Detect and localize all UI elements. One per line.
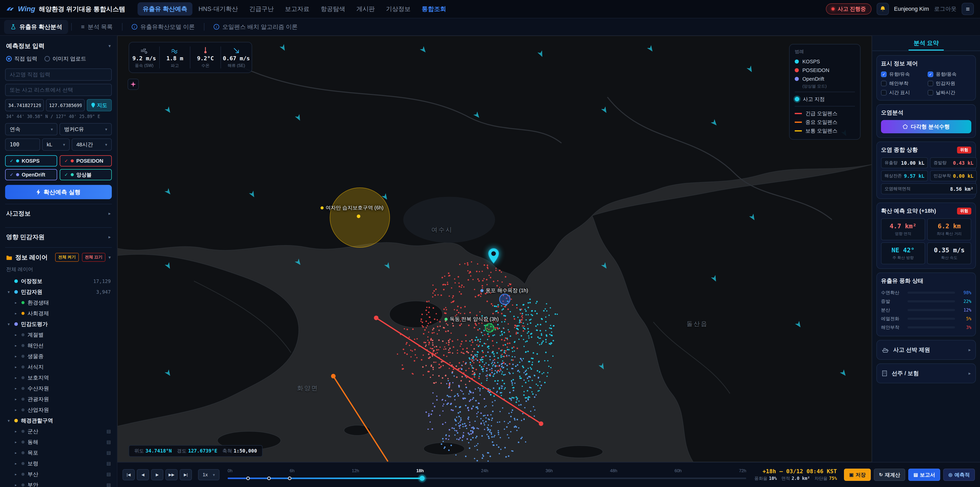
layer-item[interactable]: ▸사회경제 [5,308,112,319]
owner-insurance-section[interactable]: 선주 / 보험 ▸ [877,363,976,383]
skip-end-button[interactable]: ▶| [180,469,192,481]
checkbox-icon[interactable]: ✓ [928,90,933,96]
display-option[interactable]: ✓ 풍향/풍속 [928,71,971,78]
beach-resource-marker[interactable] [499,294,511,305]
nav-item[interactable]: HNS·대기확산 [193,2,243,16]
layer-group[interactable]: 어장정보17,129 [5,276,112,287]
oil-type-select[interactable]: 벙커C유 ▾ [59,123,112,135]
accident-info-section[interactable]: 사고정보 ▸ [5,204,112,223]
brand[interactable]: Wing 해양환경 위기대응 통합시스템 [6,5,125,13]
run-prediction-button[interactable]: 확산예측 실행 [5,185,112,199]
nav-item[interactable]: 긴급구난 [244,2,279,16]
summary-scroll[interactable]: 표시 정보 제어 ✓ 유향/유속 ✓ [872,51,980,462]
layer-item[interactable]: ▸부안▤ [5,480,112,487]
event-marker[interactable] [288,477,291,480]
checkbox-icon[interactable]: ✓ [881,72,886,77]
sidebar-scroll[interactable]: 예측정보 입력 ▾ 직접 입력 이미지 업로드 [0,36,117,487]
layer-item[interactable]: ▸산업자원 [5,404,112,415]
display-option[interactable]: ✓ 날짜시간 [928,89,971,96]
tab-boom-theory[interactable]: i 오일펜스 배치 알고리즘 이론 [207,20,304,34]
layer-group[interactable]: ▾민감도평가 [5,319,112,329]
action-button[interactable]: ◎ 예측적 [943,469,975,481]
checkbox-icon[interactable]: ✓ [928,81,933,86]
speed-select[interactable]: 1x ▾ [198,469,220,481]
nav-item[interactable]: 보고자료 [280,2,314,16]
impact-resources-section[interactable]: 영향 민감자원 ▸ [5,227,112,246]
nav-item[interactable]: 기상정보 [381,2,415,16]
chevron-down-icon[interactable]: ▾ [108,255,111,260]
event-marker[interactable] [246,477,250,480]
skip-start-button[interactable]: |◀ [123,469,135,481]
layer-item[interactable]: ▸생물종 [5,351,112,362]
layer-item[interactable]: ▸계절별 [5,329,112,340]
event-marker[interactable] [267,477,271,480]
latitude-input[interactable] [5,99,44,111]
layer-item[interactable]: ▸수산자원 [5,383,112,394]
action-button[interactable]: ↻ 재계산 [874,469,905,481]
checkbox-icon[interactable]: ✓ [928,72,933,77]
menu-button[interactable]: ≡ [962,3,974,15]
tab-diffusion-analysis[interactable]: 유출유 확산분석 [4,20,68,34]
layer-item[interactable]: ▸목포▤ [5,447,112,458]
action-button[interactable]: ▣ 저장 [844,469,871,481]
checkbox-icon[interactable]: ✓ [881,90,886,96]
nav-item[interactable]: 통합조회 [417,2,451,16]
model-chip[interactable]: ✓ POSEIDON [60,155,112,166]
radio-icon[interactable] [45,56,50,62]
accident-name-input[interactable] [5,69,112,81]
map-measure-tool-button[interactable] [127,79,139,90]
incident-status-badge[interactable]: 사고 진행중 [826,3,872,14]
unit-select[interactable]: kL ▾ [42,139,70,151]
display-option[interactable]: ✓ 민감자원 [928,80,971,87]
logout-link[interactable]: 로그아웃 [934,5,956,13]
display-option[interactable]: ✓ 시간 표시 [881,89,924,96]
radio-icon[interactable] [6,56,12,62]
layer-group[interactable]: ▾해경관할구역 [5,415,112,426]
layer-item[interactable]: ▸환경생태 [5,297,112,308]
amount-input[interactable] [5,139,40,151]
longitude-input[interactable] [46,99,85,111]
nav-item[interactable]: 유출유 확산예측 [138,2,192,16]
radio-image-upload[interactable]: 이미지 업로드 [45,55,86,62]
radio-direct-input[interactable]: 직접 입력 [6,55,37,62]
pick-on-map-button[interactable]: 지도 [87,99,112,111]
model-chip[interactable]: ✓ KOSPS [5,155,57,166]
play-button[interactable]: ▶ [151,469,163,481]
summary-tab[interactable]: 분석 요약 [908,36,944,51]
tab-model-theory[interactable]: i 유출유확산모델 이론 [126,20,201,34]
layer-item[interactable]: ▸군산▤ [5,426,112,437]
farm-resource-marker[interactable] [485,323,494,332]
notifications-button[interactable] [877,3,889,15]
slider-handle[interactable] [420,476,425,481]
polygon-analysis-button[interactable]: 다각형 분석수행 [881,120,971,133]
tab-analysis-list[interactable]: ≡ 분석 목록 [75,20,119,34]
layer-item[interactable]: ▸보호지역 [5,372,112,383]
fast-forward-button[interactable]: ▶▶ [165,469,178,481]
layer-item[interactable]: ▸서식지 [5,362,112,372]
step-back-button[interactable]: ◀ [137,469,149,481]
action-button[interactable]: ▤ 보고서 [908,469,940,481]
nav-item[interactable]: 게시판 [351,2,380,16]
predict-section-header[interactable]: 예측정보 입력 ▾ [5,40,112,54]
timeline-slider[interactable] [228,476,746,481]
map-canvas[interactable]: 여수시 화양면 돌산읍 [118,36,872,462]
nav-item[interactable]: 항공탐색 [315,2,350,16]
incident-pin[interactable] [487,248,500,266]
layers-all-on-button[interactable]: 전체 켜기 [55,253,79,262]
layers-section-header[interactable]: 정보 레이어 전체 켜기 전체 끄기 ▾ [5,247,112,265]
layer-item[interactable]: ▸해안선 [5,340,112,351]
accident-list-input[interactable] [5,84,112,96]
checkbox-icon[interactable]: ✓ [881,81,886,86]
spill-mode-select[interactable]: 연속 ▾ [5,123,57,135]
duration-select[interactable]: 48시간 ▾ [72,139,112,151]
layer-group[interactable]: ▾민감자원3,947 [5,287,112,297]
vessel-spec-section[interactable]: 사고 선박 제원 ▸ [877,340,976,360]
layer-item[interactable]: ▸보령▤ [5,458,112,469]
model-chip[interactable]: ✓ OpenDrift [5,169,57,180]
layers-all-off-button[interactable]: 전체 끄기 [82,253,105,262]
layer-item[interactable]: ▸관광자원 [5,394,112,404]
model-chip[interactable]: ✓ 앙상블 [60,169,112,180]
display-option[interactable]: ✓ 해안부착 [881,80,924,87]
display-option[interactable]: ✓ 유향/유속 [881,71,924,78]
chevron-down-icon[interactable]: ▾ [108,43,111,49]
